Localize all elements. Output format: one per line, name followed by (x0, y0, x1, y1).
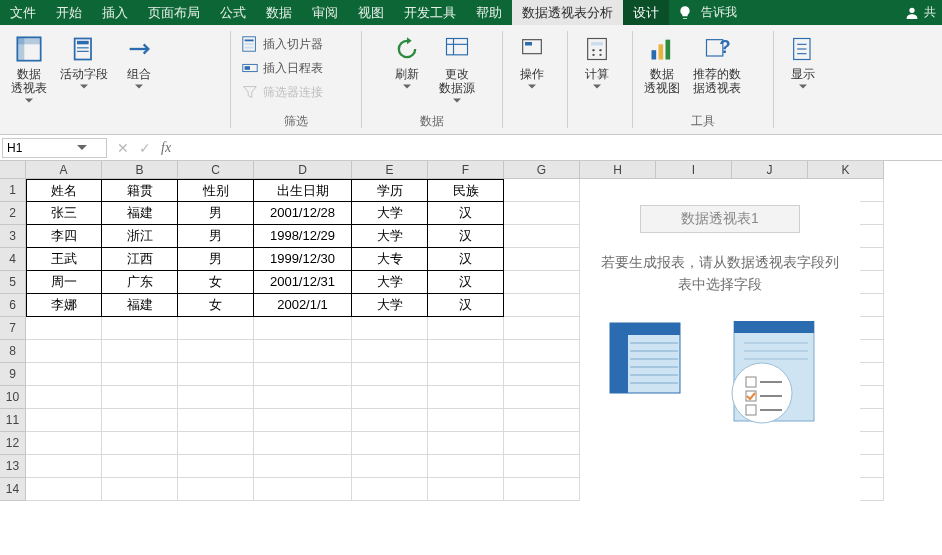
cell[interactable] (178, 455, 254, 478)
active-field-button[interactable]: 活动字段 (54, 29, 114, 94)
row-header-13[interactable]: 13 (0, 455, 26, 478)
cell[interactable] (102, 432, 178, 455)
tab-home[interactable]: 开始 (46, 0, 92, 25)
cell[interactable]: 1999/12/30 (254, 248, 352, 271)
cell[interactable] (178, 432, 254, 455)
cell[interactable] (254, 340, 352, 363)
col-header-D[interactable]: D (254, 161, 352, 179)
insert-slicer-button[interactable]: 插入切片器 (239, 33, 325, 55)
cell[interactable] (352, 363, 428, 386)
cell[interactable]: 姓名 (26, 179, 102, 202)
cell[interactable] (428, 409, 504, 432)
col-header-I[interactable]: I (656, 161, 732, 179)
cell[interactable]: 张三 (26, 202, 102, 225)
row-header-6[interactable]: 6 (0, 294, 26, 317)
cell[interactable] (504, 271, 580, 294)
row-header-9[interactable]: 9 (0, 363, 26, 386)
group-button[interactable]: 组合 (114, 29, 164, 94)
cell[interactable]: 王武 (26, 248, 102, 271)
cell[interactable]: 福建 (102, 294, 178, 317)
share-button[interactable]: 共 (904, 4, 942, 21)
cell[interactable] (504, 432, 580, 455)
cell[interactable]: 籍贯 (102, 179, 178, 202)
cell[interactable]: 汉 (428, 248, 504, 271)
insert-timeline-button[interactable]: 插入日程表 (239, 57, 325, 79)
cell[interactable] (26, 363, 102, 386)
cell[interactable] (428, 432, 504, 455)
cell[interactable] (102, 409, 178, 432)
tab-view[interactable]: 视图 (348, 0, 394, 25)
pivot-placeholder[interactable]: 数据透视表1 若要生成报表，请从数据透视表字段列表中选择字段 (580, 179, 860, 509)
cell[interactable]: 广东 (102, 271, 178, 294)
fx-icon[interactable]: fx (161, 140, 171, 156)
col-header-G[interactable]: G (504, 161, 580, 179)
cell[interactable] (254, 432, 352, 455)
tab-insert[interactable]: 插入 (92, 0, 138, 25)
tab-formulas[interactable]: 公式 (210, 0, 256, 25)
col-header-F[interactable]: F (428, 161, 504, 179)
tab-dev[interactable]: 开发工具 (394, 0, 466, 25)
cell[interactable] (26, 432, 102, 455)
cell[interactable] (428, 363, 504, 386)
cell[interactable]: 大学 (352, 225, 428, 248)
cell[interactable] (352, 432, 428, 455)
chevron-down-icon[interactable] (77, 145, 87, 151)
tell-me[interactable]: 告诉我 (701, 4, 737, 21)
recommend-pivot-button[interactable]: ? 推荐的数 据透视表 (687, 29, 747, 99)
row-header-4[interactable]: 4 (0, 248, 26, 271)
tab-file[interactable]: 文件 (0, 0, 46, 25)
cell[interactable] (504, 409, 580, 432)
cell[interactable]: 李娜 (26, 294, 102, 317)
col-header-C[interactable]: C (178, 161, 254, 179)
cell[interactable] (26, 409, 102, 432)
cell[interactable] (102, 455, 178, 478)
col-header-J[interactable]: J (732, 161, 808, 179)
row-header-2[interactable]: 2 (0, 202, 26, 225)
cell[interactable] (504, 386, 580, 409)
cell[interactable]: 大学 (352, 202, 428, 225)
cell[interactable] (178, 363, 254, 386)
cell[interactable] (102, 363, 178, 386)
tab-design[interactable]: 设计 (623, 0, 669, 25)
cell[interactable]: 民族 (428, 179, 504, 202)
cell[interactable] (102, 340, 178, 363)
cell[interactable] (352, 386, 428, 409)
actions-button[interactable]: 操作 (507, 29, 557, 94)
cell[interactable]: 1998/12/29 (254, 225, 352, 248)
cell[interactable] (178, 317, 254, 340)
cell[interactable]: 周一 (26, 271, 102, 294)
show-button[interactable]: 显示 (778, 29, 828, 94)
cell[interactable] (102, 317, 178, 340)
cell[interactable] (254, 409, 352, 432)
cell[interactable]: 大学 (352, 271, 428, 294)
cell[interactable]: 2001/12/28 (254, 202, 352, 225)
cell[interactable] (504, 248, 580, 271)
cell[interactable] (428, 340, 504, 363)
col-header-B[interactable]: B (102, 161, 178, 179)
tab-help[interactable]: 帮助 (466, 0, 512, 25)
cell[interactable] (178, 478, 254, 501)
cell[interactable] (504, 363, 580, 386)
cell[interactable] (352, 340, 428, 363)
cell[interactable]: 大学 (352, 294, 428, 317)
name-box[interactable] (2, 138, 107, 158)
cell[interactable] (178, 386, 254, 409)
cell[interactable]: 男 (178, 225, 254, 248)
cell[interactable] (178, 409, 254, 432)
cell[interactable]: 李四 (26, 225, 102, 248)
cell[interactable]: 汉 (428, 225, 504, 248)
tab-review[interactable]: 审阅 (302, 0, 348, 25)
cell[interactable]: 大专 (352, 248, 428, 271)
col-header-E[interactable]: E (352, 161, 428, 179)
row-header-10[interactable]: 10 (0, 386, 26, 409)
refresh-button[interactable]: 刷新 (382, 29, 432, 94)
col-header-H[interactable]: H (580, 161, 656, 179)
change-source-button[interactable]: 更改 数据源 (432, 29, 482, 108)
row-header-1[interactable]: 1 (0, 179, 26, 202)
cell[interactable] (504, 202, 580, 225)
cell[interactable] (352, 478, 428, 501)
cell[interactable] (352, 455, 428, 478)
cell[interactable]: 男 (178, 202, 254, 225)
tab-data[interactable]: 数据 (256, 0, 302, 25)
calc-button[interactable]: 计算 (572, 29, 622, 94)
